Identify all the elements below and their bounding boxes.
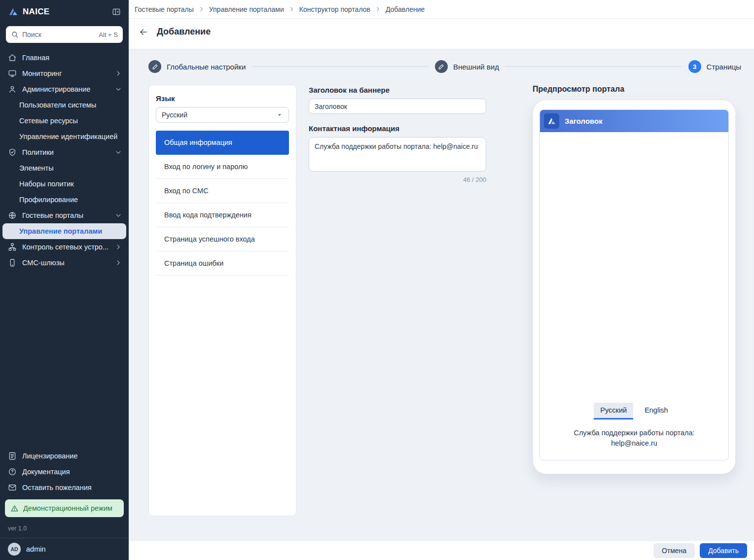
back-arrow-icon[interactable] [139, 27, 148, 37]
preview-lang-tab-english[interactable]: English [638, 403, 675, 420]
search-icon [11, 31, 19, 38]
demo-mode-badge: Демонстрационный режим [5, 499, 124, 517]
sidebar-item-label: Главная [22, 54, 49, 62]
sidebar-item-feedback[interactable]: Оставить пожелания [0, 480, 129, 495]
page-tab-confirmation-code[interactable]: Ввод кода подтверждения [156, 203, 289, 227]
char-counter: 46 / 200 [309, 176, 486, 183]
page-tab-label: Страница успешного входа [164, 235, 255, 243]
sidebar-item-label: Документация [22, 468, 70, 476]
sidebar-item-profiling[interactable]: Профилирование [0, 192, 129, 208]
sidebar-item-home[interactable]: Главная [0, 50, 129, 66]
page-tab-success-page[interactable]: Страница успешного входа [156, 227, 289, 251]
license-icon [8, 452, 17, 460]
sidebar-item-network-device-control[interactable]: Контроль сетевых устро... [0, 239, 129, 255]
stepper-connector [505, 66, 682, 67]
brand: NAICE [8, 6, 49, 17]
sidebar-item-network-resources[interactable]: Сетевые ресурсы [0, 113, 129, 129]
step-number: 3 [688, 60, 701, 73]
sidebar-item-label: Политики [22, 148, 54, 156]
sidebar-item-policy-sets[interactable]: Наборы политик [0, 176, 129, 192]
sidebar-item-administration[interactable]: Администрирование [0, 81, 129, 97]
user-name: admin [26, 545, 46, 553]
preview-heading: Предпросмотр портала [533, 85, 740, 94]
sidebar-item-portal-management[interactable]: Управление порталами [2, 223, 126, 239]
pages-panel: Язык Русский Общая информация Вход по ло… [148, 85, 296, 516]
breadcrumb-portal-builder[interactable]: Конструктор порталов [299, 5, 370, 13]
user-row[interactable]: AD admin [0, 538, 129, 560]
page-tab-general-info[interactable]: Общая информация [156, 131, 289, 155]
page-tab-label: Общая информация [164, 139, 232, 146]
sidebar-item-system-users[interactable]: Пользователи системы [0, 97, 129, 113]
step-pages[interactable]: 3 Страницы [688, 60, 741, 73]
sidebar-item-label: Элементы [19, 164, 54, 172]
sidebar-item-label: Наборы политик [19, 180, 74, 188]
portal-globe-icon [8, 211, 17, 220]
page-header: Добавление [129, 19, 754, 49]
chevron-right-icon [115, 259, 122, 266]
sidebar-collapse-icon[interactable] [112, 7, 121, 16]
pencil-icon [152, 64, 158, 70]
step-global-settings[interactable]: Глобальные настройки [148, 60, 246, 73]
sidebar-item-label: Мониторинг [22, 70, 62, 77]
page-tab-label: Вход по логину и паролю [164, 163, 248, 171]
chevron-right-icon [115, 244, 122, 250]
sidebar-item-policies[interactable]: Политики [0, 144, 129, 160]
language-select[interactable]: Русский [156, 107, 289, 123]
breadcrumb: Гостевые порталы Управление порталами Ко… [129, 0, 754, 19]
step-label: Внешний вид [453, 63, 499, 71]
sidebar-item-licensing[interactable]: Лицензирование [0, 448, 129, 464]
sidebar-item-label: СМС-шлюзы [22, 259, 65, 267]
warning-icon [10, 504, 19, 513]
sidebar-item-guest-portals[interactable]: Гостевые порталы [0, 208, 129, 223]
sidebar-item-sms-gateways[interactable]: СМС-шлюзы [0, 255, 129, 271]
monitor-icon [8, 69, 17, 78]
sidebar-search: Alt + S [6, 26, 123, 43]
breadcrumb-portal-management[interactable]: Управление порталами [209, 5, 284, 13]
page-tab-error-page[interactable]: Страница ошибки [156, 251, 289, 276]
sidebar-item-label: Администрирование [22, 85, 90, 93]
app-version: ver 1.0 [0, 520, 129, 538]
contact-info-textarea[interactable]: Служба поддержки работы портала: help@na… [309, 137, 486, 172]
contact-info-label: Контактная информация [309, 124, 486, 133]
search-input[interactable] [22, 31, 95, 38]
chevron-right-icon [288, 6, 295, 12]
step-label: Глобальные настройки [167, 63, 246, 71]
preview-lang-tab-russian[interactable]: Русский [594, 403, 633, 420]
sidebar-item-label: Гостевые порталы [22, 211, 83, 219]
sidebar-item-documentation[interactable]: Документация [0, 464, 129, 480]
sidebar-item-identity-management[interactable]: Управление идентификацией [0, 129, 129, 144]
content: Глобальные настройки Внешний вид 3 Стран… [129, 49, 754, 540]
preview-panel: Предпросмотр портала Заголовок Русский [533, 85, 740, 474]
demo-mode-label: Демонстрационный режим [23, 504, 112, 512]
sidebar-nav: Главная Мониторинг Администрирование Пол… [0, 50, 129, 448]
breadcrumb-current-add: Добавление [386, 5, 425, 13]
banner-title-input[interactable] [309, 99, 486, 114]
stepper: Глобальные настройки Внешний вид 3 Стран… [148, 60, 741, 73]
chevron-right-icon [115, 70, 122, 77]
sms-phone-icon [8, 258, 17, 267]
sidebar-item-elements[interactable]: Элементы [0, 160, 129, 176]
shield-icon [8, 148, 17, 157]
sidebar-item-label: Управление порталами [19, 227, 102, 235]
chevron-down-icon [115, 86, 122, 93]
submit-button[interactable]: Добавить [700, 543, 747, 558]
sidebar-item-label: Оставить пожелания [22, 484, 92, 491]
fields-panel: Заголовок на баннере Контактная информац… [309, 85, 486, 183]
page-tab-login-sms[interactable]: Вход по СМС [156, 179, 289, 203]
chevron-down-icon [115, 149, 122, 156]
page-tab-login-password[interactable]: Вход по логину и паролю [156, 155, 289, 179]
chevron-right-icon [198, 6, 205, 12]
action-bar: Отмена Добавить [129, 540, 754, 560]
preview-body [540, 132, 728, 403]
sidebar-bottom: Лицензирование Документация Оставить пож… [0, 448, 129, 560]
step-appearance[interactable]: Внешний вид [435, 60, 499, 73]
breadcrumb-guest-portals[interactable]: Гостевые порталы [135, 5, 194, 13]
step-circle [148, 60, 161, 73]
sidebar-item-label: Сетевые ресурсы [19, 117, 78, 125]
network-devices-icon [8, 243, 17, 251]
step-label: Страницы [707, 63, 741, 71]
chevron-down-icon [276, 111, 283, 118]
sidebar-item-monitoring[interactable]: Мониторинг [0, 66, 129, 81]
pencil-icon [438, 64, 444, 70]
cancel-button[interactable]: Отмена [653, 543, 695, 558]
